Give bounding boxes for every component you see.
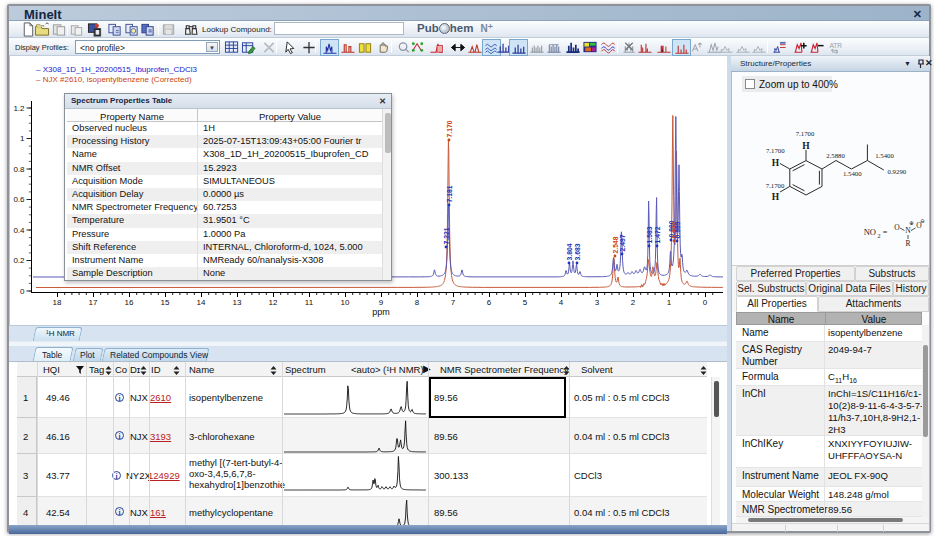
svg-text:18: 18 xyxy=(53,298,62,307)
svg-text:17: 17 xyxy=(89,298,98,307)
svg-text:7.170: 7.170 xyxy=(446,120,453,137)
svg-text:3.683: 3.683 xyxy=(574,243,581,260)
svg-text:– X308_1D_1H_20200515_Ibuprofe: – X308_1D_1H_20200515_Ibuprofen_CDCl3 xyxy=(36,65,198,74)
svg-text:16: 16 xyxy=(125,298,134,307)
svg-text:11: 11 xyxy=(305,298,314,307)
svg-text:0: 0 xyxy=(20,287,25,296)
svg-text:9: 9 xyxy=(379,298,384,307)
svg-text:=: = xyxy=(883,228,888,237)
svg-text:O: O xyxy=(894,223,900,232)
svg-text:6: 6 xyxy=(487,298,492,307)
svg-text:1.5400: 1.5400 xyxy=(875,152,894,159)
svg-text:N: N xyxy=(905,226,911,235)
svg-text:15: 15 xyxy=(161,298,170,307)
svg-text:13: 13 xyxy=(233,298,242,307)
svg-text:1.583: 1.583 xyxy=(646,226,653,243)
svg-text:8: 8 xyxy=(415,298,420,307)
svg-text:1: 1 xyxy=(667,298,672,307)
svg-text:2: 2 xyxy=(631,298,636,307)
svg-text:7.1700: 7.1700 xyxy=(766,182,785,189)
svg-text:10: 10 xyxy=(341,298,350,307)
svg-text:7.1700: 7.1700 xyxy=(766,147,785,154)
svg-text:⊖: ⊖ xyxy=(920,218,925,224)
svg-text:H: H xyxy=(772,158,780,168)
svg-text:0.8: 0.8 xyxy=(13,165,25,174)
svg-text:NO: NO xyxy=(864,227,876,237)
svg-text:0.2: 0.2 xyxy=(13,256,25,265)
svg-text:2.497: 2.497 xyxy=(619,234,626,251)
svg-text:1: 1 xyxy=(20,134,25,143)
svg-text:7.1700: 7.1700 xyxy=(796,130,815,137)
svg-text:R: R xyxy=(905,239,910,248)
svg-text:2.548: 2.548 xyxy=(612,236,619,253)
svg-text:7.221: 7.221 xyxy=(443,227,450,244)
svg-text:0.889: 0.889 xyxy=(674,221,681,238)
svg-text:7.181: 7.181 xyxy=(446,185,453,202)
svg-text:1.2: 1.2 xyxy=(13,104,25,113)
svg-text:0.6: 0.6 xyxy=(13,195,25,204)
svg-text:4: 4 xyxy=(559,298,564,307)
svg-text:7: 7 xyxy=(451,298,456,307)
svg-text:0.4: 0.4 xyxy=(13,226,25,235)
svg-text:0: 0 xyxy=(703,298,708,307)
svg-text:ppm: ppm xyxy=(372,307,390,317)
svg-text:3: 3 xyxy=(595,298,600,307)
svg-text:5: 5 xyxy=(523,298,528,307)
svg-text:0.9290: 0.9290 xyxy=(888,168,907,175)
svg-text:ATR: ATR xyxy=(829,42,842,49)
svg-text:H: H xyxy=(802,141,810,151)
svg-text:– NJX #2610, isopentylbenzene: – NJX #2610, isopentylbenzene (Corrected… xyxy=(36,75,192,84)
svg-text:1.472: 1.472 xyxy=(654,226,661,243)
svg-text:1.5400: 1.5400 xyxy=(843,170,862,177)
svg-text:14: 14 xyxy=(197,298,206,307)
svg-text:⊕: ⊕ xyxy=(909,220,914,226)
svg-text:12: 12 xyxy=(269,298,278,307)
svg-text:3.804: 3.804 xyxy=(566,243,573,260)
svg-text:2.5880: 2.5880 xyxy=(826,152,845,159)
svg-text:H: H xyxy=(772,192,780,202)
svg-text:2: 2 xyxy=(878,233,881,239)
